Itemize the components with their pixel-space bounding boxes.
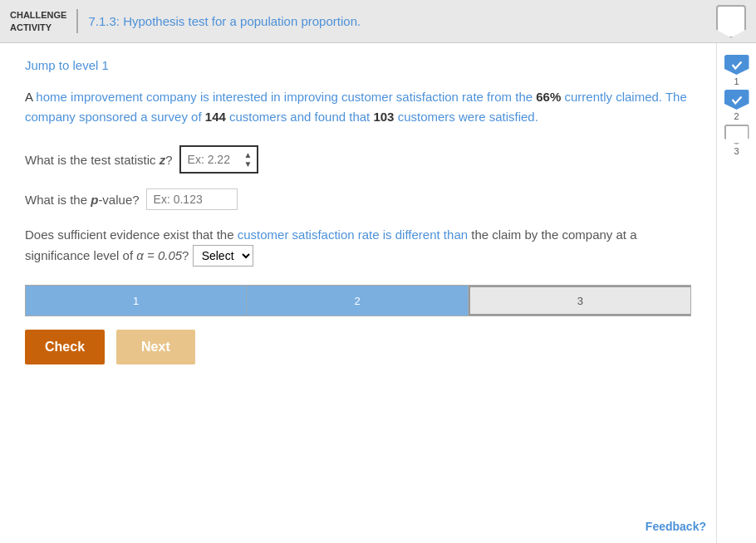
button-row: Check Next: [25, 330, 691, 364]
p-value-input[interactable]: [146, 188, 238, 210]
next-button[interactable]: Next: [116, 330, 195, 364]
evidence-select[interactable]: Select Yes No: [193, 245, 253, 267]
jump-to-level-link[interactable]: Jump to level 1: [25, 58, 109, 72]
progress-segment-2[interactable]: 2: [247, 286, 468, 316]
question2-label: What is the p-value?: [25, 193, 140, 207]
level-badge-2[interactable]: 2: [723, 90, 751, 121]
content-area: Jump to level 1 A home improvement compa…: [0, 43, 756, 543]
spin-up-icon[interactable]: ▲: [244, 150, 253, 159]
level-check-icon-1: [724, 55, 749, 75]
question1-row: What is the test statistic z? ▲ ▼: [25, 145, 691, 174]
challenge-label: CHALLENGE ACTIVITY: [10, 9, 78, 33]
test-statistic-input-wrapper[interactable]: ▲ ▼: [179, 145, 258, 174]
level-badge-1[interactable]: 1: [723, 55, 751, 86]
main-container: CHALLENGE ACTIVITY 7.1.3: Hypothesis tes…: [0, 0, 756, 543]
level-num-1: 1: [734, 76, 739, 86]
level-num-2: 2: [734, 111, 739, 121]
problem-text: A home improvement company is interested…: [25, 87, 691, 127]
question3-text: Does sufficient evidence exist that the …: [25, 225, 691, 267]
feedback-link[interactable]: Feedback?: [646, 520, 706, 533]
checkmark-svg-1: [729, 57, 744, 72]
header-badge: [716, 5, 746, 38]
side-panel: 1 2 3: [716, 43, 756, 543]
checkmark-svg-2: [729, 92, 744, 107]
level-badge-3[interactable]: 3: [723, 125, 751, 156]
check-button[interactable]: Check: [25, 330, 105, 364]
progress-bar: 1 2 3: [25, 285, 691, 316]
spin-down-icon[interactable]: ▼: [244, 159, 253, 169]
main-content: Jump to level 1 A home improvement compa…: [0, 43, 716, 543]
progress-segment-1[interactable]: 1: [26, 286, 247, 316]
spin-arrows[interactable]: ▲ ▼: [244, 150, 253, 169]
header-title: 7.1.3: Hypothesis test for a population …: [88, 14, 716, 28]
level-empty-badge-3: [724, 125, 749, 144]
question1-label: What is the test statistic z?: [25, 153, 173, 167]
header: CHALLENGE ACTIVITY 7.1.3: Hypothesis tes…: [0, 0, 756, 43]
test-statistic-input[interactable]: [188, 153, 244, 166]
level-check-icon-2: [724, 90, 749, 110]
question2-row: What is the p-value?: [25, 188, 691, 210]
level-num-3: 3: [734, 146, 739, 156]
progress-segment-3[interactable]: 3: [469, 286, 690, 316]
